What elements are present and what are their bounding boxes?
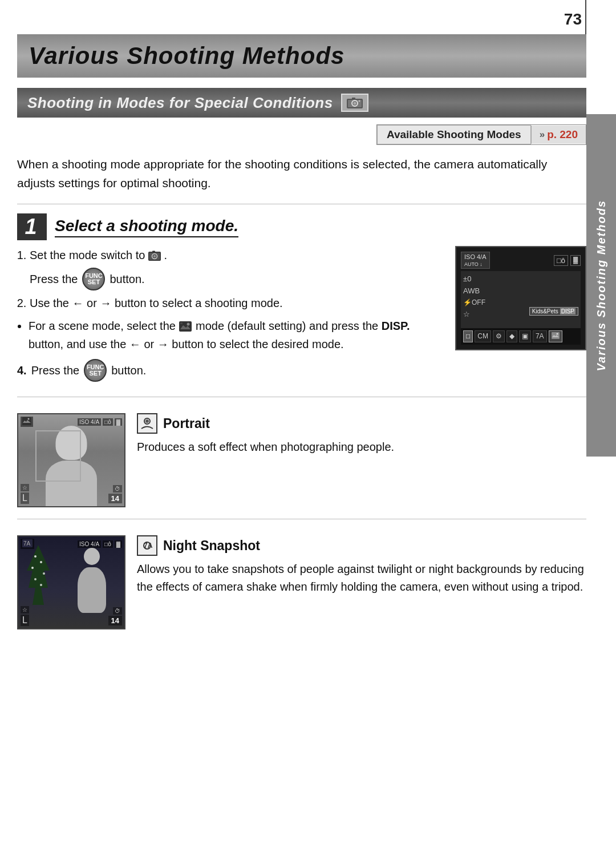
or-text-2: or xyxy=(144,338,157,350)
sidebar-label: Various Shooting Methods xyxy=(595,200,608,372)
mode-7a: 7A xyxy=(533,330,547,342)
svg-point-21 xyxy=(40,561,42,563)
instruction-2: Press the FUNCSET button. xyxy=(30,268,444,290)
instruction-2-suffix: button. xyxy=(110,270,144,288)
night-snapshot-section: 7A ISO 4/A □ô ▓ ☆ L ⏱ 14 xyxy=(17,530,586,629)
step-title: Select a shooting mode. xyxy=(55,217,238,237)
intro-text: When a shooting mode appropriate for the… xyxy=(17,155,586,192)
iso-small: ISO 4/A xyxy=(78,418,101,426)
portrait-mode-indicator xyxy=(21,417,33,427)
night-timer: ⏱ xyxy=(113,607,122,615)
custom-icon: ☆ xyxy=(463,310,485,318)
divider xyxy=(17,204,586,204)
mode-auto: □ xyxy=(463,330,473,342)
exposure-icon: ±0 xyxy=(463,274,485,283)
bullet-item-1: For a scene mode, select the mode (defau… xyxy=(29,317,444,353)
func-button-2: FUNCSET xyxy=(84,359,107,382)
camera-ui-bottom-bar: □ CM ⚙ ◆ ▣ 7A xyxy=(461,328,581,345)
iso-indicator: ISO 4/AAUTO ↓ xyxy=(461,252,490,269)
instruction-1: Set the mode switch to . xyxy=(30,246,444,264)
night-l-size: L xyxy=(21,615,29,626)
night-top-right-icons: ISO 4/A □ô ▓ xyxy=(78,540,122,548)
battery-icon: ▓ xyxy=(570,255,581,266)
func-button: FUNCSET xyxy=(82,268,105,290)
instructions-list: Set the mode switch to . Press the FUNCS… xyxy=(17,246,444,312)
night-bottom-left: ☆ L xyxy=(21,606,29,626)
photo-overlay-top: ISO 4/A □ô ▓ xyxy=(21,417,122,427)
photo-overlay-bottom: ☆ L ⏱ 14 xyxy=(21,484,122,504)
camera-icon xyxy=(347,96,363,109)
scene-mode-icon xyxy=(179,320,192,334)
portrait-mode-icon xyxy=(137,413,157,434)
night-photo: 7A ISO 4/A □ô ▓ ☆ L ⏱ 14 xyxy=(17,535,125,629)
svg-point-5 xyxy=(358,100,360,102)
wb-icon: AWB xyxy=(463,286,485,295)
photo-top-right-icons: ISO 4/A □ô ▓ xyxy=(78,418,122,426)
bullet-list: For a scene mode, select the mode (defau… xyxy=(17,317,444,353)
mode-movie: ◆ xyxy=(506,330,517,342)
flash-icon: ⚡OFF xyxy=(463,298,485,306)
photo-bottom-left: ☆ L xyxy=(21,484,29,504)
photo-number-night: 14 xyxy=(108,616,122,625)
badge-link[interactable]: » p. 220 xyxy=(531,126,586,144)
tree-lights xyxy=(24,542,52,611)
svg-point-25 xyxy=(40,584,42,586)
instruction-2-text: Press the xyxy=(30,270,78,288)
camera-ui-top-icons: □ô ▓ xyxy=(554,255,581,266)
svg-rect-4 xyxy=(352,98,355,100)
svg-point-23 xyxy=(43,572,45,575)
camera-small-icon xyxy=(148,250,161,263)
camera-ui-body: ±0 AWB ⚡OFF ☆ Kids&Pets DISP xyxy=(461,271,581,328)
camera-icon-box xyxy=(341,94,368,112)
night-eval: ☆ xyxy=(21,606,29,613)
step4-text: 4. Press the FUNCSET button. xyxy=(17,359,444,382)
night-title-row: 7A Night Snapshot xyxy=(137,535,586,556)
kids-pets-label: Kids&Pets DISP xyxy=(529,307,578,316)
tree-svg xyxy=(24,542,52,611)
night-person-head xyxy=(84,548,100,565)
night-frame: □ô xyxy=(103,540,113,548)
badge-page-link: p. 220 xyxy=(547,128,578,141)
camera-ui-top-row: ISO 4/AAUTO ↓ □ô ▓ xyxy=(461,252,581,269)
night-icon-small: 7A xyxy=(22,539,33,547)
camera-ui-left-panel: ±0 AWB ⚡OFF ☆ xyxy=(461,271,488,328)
instruction-3: Use the ← or → button to select a shooti… xyxy=(30,294,444,312)
step-content: Set the mode switch to . Press the FUNCS… xyxy=(17,246,586,385)
page-number: 73 xyxy=(564,10,582,29)
svg-point-19 xyxy=(145,419,149,423)
face-detection-box xyxy=(35,430,81,482)
scene-selected-icon xyxy=(552,332,560,339)
svg-rect-10 xyxy=(152,251,155,252)
svg-point-9 xyxy=(153,255,156,257)
portrait-title-row: Portrait xyxy=(137,413,586,434)
svg-point-20 xyxy=(34,555,37,558)
photo-number-portrait: 14 xyxy=(108,494,122,503)
portrait-mode-text: Portrait Produces a soft effect when pho… xyxy=(137,413,586,456)
step-1-section: 1 Select a shooting mode. Set the mode s… xyxy=(17,213,586,385)
mode-scene: ▣ xyxy=(519,330,531,342)
svg-point-3 xyxy=(353,102,356,105)
badge-row: Available Shooting Modes » p. 220 xyxy=(17,124,586,145)
arrow-right-1: → xyxy=(100,297,111,309)
svg-text:7A: 7A xyxy=(23,540,31,547)
main-title-bar: Various Shooting Methods xyxy=(17,34,586,78)
portrait-title: Portrait xyxy=(163,416,210,431)
divider-3 xyxy=(17,519,586,519)
instruction-3-suffix: button to select a shooting mode. xyxy=(115,297,283,309)
night-photo-overlay-top: 7A ISO 4/A □ô ▓ xyxy=(21,539,122,549)
mode-gear: ⚙ xyxy=(493,330,505,342)
portrait-svg-icon xyxy=(140,417,154,430)
svg-rect-14 xyxy=(552,332,560,339)
svg-rect-13 xyxy=(180,322,183,324)
svg-text:7A: 7A xyxy=(144,542,153,550)
night-mode-indicator: 7A xyxy=(21,539,34,549)
step-instructions: Set the mode switch to . Press the FUNCS… xyxy=(17,246,444,385)
section-title: Shooting in Modes for Special Conditions xyxy=(27,94,333,112)
l-size-icon: L xyxy=(21,492,29,504)
night-person xyxy=(76,548,107,611)
camera-ui-main-area: Kids&Pets DISP xyxy=(488,271,581,328)
svg-point-24 xyxy=(34,578,37,580)
night-iso: ISO 4/A xyxy=(78,540,101,548)
camera-ui-screenshot: ISO 4/AAUTO ↓ □ô ▓ ±0 AWB ⚡OFF ☆ Kids&Pe… xyxy=(455,246,586,350)
night-bottom-right: ⏱ 14 xyxy=(108,607,122,625)
